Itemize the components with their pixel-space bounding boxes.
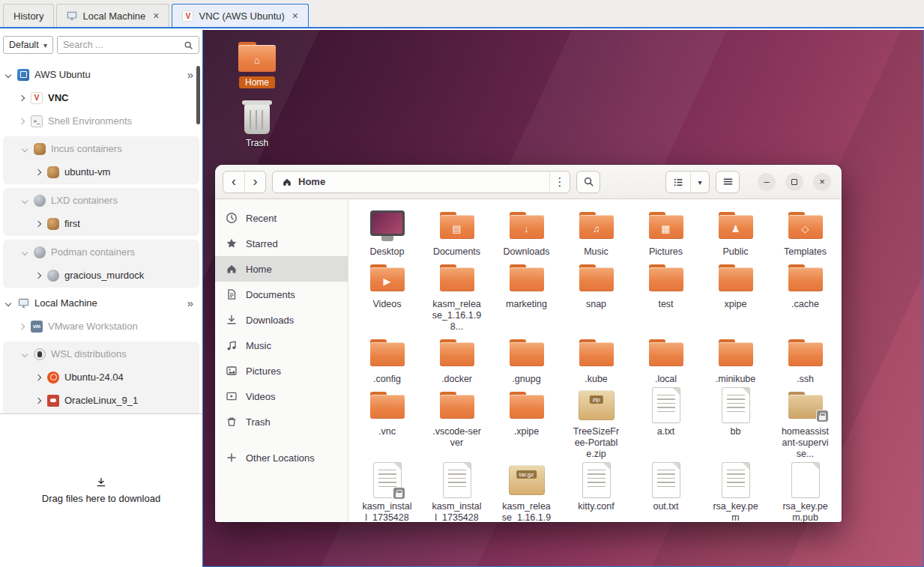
close-icon[interactable]: × <box>292 10 298 21</box>
tree-item-vnc[interactable]: VNC <box>0 86 202 109</box>
file-item[interactable]: xpipe <box>701 259 770 333</box>
file-item[interactable]: .docker <box>422 334 492 385</box>
file-item[interactable]: kasm_install_17354288... <box>352 461 422 522</box>
minimize-button[interactable]: – <box>758 173 776 191</box>
search-box[interactable] <box>57 36 199 54</box>
file-item[interactable]: test <box>631 259 701 333</box>
sidebar-item-music[interactable]: Music <box>215 333 348 358</box>
expand-all-button[interactable]: » <box>187 297 202 309</box>
tab-vnc-aws-ubuntu[interactable]: VNC (AWS Ubuntu) × <box>172 4 309 27</box>
chevron-down-icon[interactable] <box>22 351 28 357</box>
chevron-right-icon[interactable] <box>35 169 41 175</box>
chevron-down-icon[interactable] <box>22 145 28 151</box>
file-item[interactable]: marketing <box>492 259 561 333</box>
search-button[interactable] <box>576 171 600 193</box>
file-item[interactable]: .config <box>352 334 422 385</box>
file-manager-window[interactable]: ‹ › Home ⋮ ▾ – × <box>215 165 842 522</box>
chevron-down-icon[interactable] <box>5 300 11 306</box>
sidebar-item-videos[interactable]: Videos <box>215 383 348 409</box>
file-item[interactable]: snap <box>561 259 631 333</box>
file-item[interactable]: ◇Templates <box>770 207 840 258</box>
file-item[interactable]: .local <box>631 334 701 385</box>
file-item[interactable]: .xpipe <box>492 386 561 460</box>
desktop-icon-home[interactable]: ⌂ Home <box>230 40 284 88</box>
file-item[interactable]: homeassistant-supervise... <box>770 386 840 460</box>
menu-button[interactable] <box>716 171 740 193</box>
location-menu-button[interactable]: ⋮ <box>549 172 570 192</box>
file-item[interactable]: ▶Videos <box>352 259 422 333</box>
sidebar-item-home[interactable]: Home <box>215 256 348 282</box>
file-item[interactable]: .ssh <box>770 334 840 385</box>
file-item[interactable]: ▦Pictures <box>631 207 701 258</box>
file-item[interactable]: .gnupg <box>492 334 561 385</box>
file-item[interactable]: ↓Downloads <box>492 207 561 258</box>
file-item[interactable]: out.txt <box>631 461 701 522</box>
file-item[interactable]: bb <box>701 386 770 460</box>
chevron-right-icon[interactable] <box>35 374 41 380</box>
chevron-right-icon[interactable] <box>35 397 41 403</box>
tree-item-wsl-distributions[interactable]: WSL distributions <box>3 342 199 366</box>
file-item[interactable]: kasm_install_17354288... <box>422 461 492 522</box>
desktop-icon-trash[interactable]: Trash <box>230 102 284 149</box>
sidebar-item-recent[interactable]: Recent <box>215 205 348 231</box>
chevron-right-icon[interactable] <box>19 118 25 124</box>
tab-local-machine[interactable]: Local Machine × <box>56 4 169 27</box>
tree-item-shell-environments[interactable]: Shell Environments <box>0 109 202 133</box>
file-item[interactable]: ♫Music <box>561 207 631 258</box>
sidebar-item-trash[interactable]: Trash <box>215 409 348 434</box>
tree-item-aws-ubuntu[interactable]: AWS Ubuntu» <box>0 63 202 86</box>
file-item[interactable]: zipTreeSizeFree-Portable.zip <box>561 386 631 460</box>
back-button[interactable]: ‹ <box>223 172 244 192</box>
file-item[interactable]: .vnc <box>352 386 422 460</box>
chevron-right-icon[interactable] <box>35 220 41 226</box>
file-item[interactable]: tar.gzkasm_release_1.16.1.98... <box>492 461 561 522</box>
file-item[interactable]: Desktop <box>352 207 422 258</box>
tree-item-podman-containers[interactable]: Podman containers <box>3 240 199 264</box>
sidebar-item-starred[interactable]: Starred <box>215 231 348 256</box>
tree-item-local-machine[interactable]: Local Machine» <box>0 291 202 315</box>
chevron-down-icon[interactable] <box>22 249 28 255</box>
file-item[interactable]: .kube <box>561 334 631 385</box>
tree-item-ubuntu-vm[interactable]: ubuntu-vm <box>3 160 199 184</box>
profile-select[interactable]: Default ▾ <box>3 36 53 54</box>
view-options-button[interactable]: ▾ <box>690 172 709 193</box>
list-view-button[interactable] <box>666 172 690 193</box>
file-item[interactable]: rsa_key.pem <box>701 461 770 522</box>
tree-item-vmware-workstation[interactable]: VMware Workstation <box>0 315 202 338</box>
sidebar-item-downloads[interactable]: Downloads <box>215 307 348 333</box>
file-item[interactable]: .vscode-server <box>422 386 492 460</box>
chevron-right-icon[interactable] <box>19 323 25 329</box>
scrollbar-thumb[interactable] <box>196 66 200 124</box>
search-input[interactable] <box>63 40 184 50</box>
file-item[interactable]: a.txt <box>631 386 701 460</box>
chevron-down-icon[interactable] <box>5 71 11 77</box>
download-dropzone[interactable]: Drag files here to download <box>0 414 202 566</box>
chevron-down-icon[interactable] <box>22 197 28 203</box>
maximize-button[interactable] <box>785 173 803 191</box>
sidebar-item-pictures[interactable]: Pictures <box>215 358 348 383</box>
file-item[interactable]: .minikube <box>701 334 770 385</box>
file-item[interactable]: ▤Documents <box>422 207 492 258</box>
vnc-viewport[interactable]: ⌂ Home Trash ‹ › Home ⋮ ▾ <box>202 30 924 567</box>
chevron-right-icon[interactable] <box>19 94 25 100</box>
tree-item-gracious-murdock[interactable]: gracious_murdock <box>3 264 199 287</box>
tree-item-ubuntu-24-04[interactable]: Ubuntu-24.04 <box>3 366 199 389</box>
tree-item-first[interactable]: first <box>3 212 199 235</box>
file-item[interactable]: rsa_key.pem.pub <box>770 461 840 522</box>
tree-item-clipped[interactable] <box>3 412 199 414</box>
file-item[interactable]: .cache <box>770 259 840 333</box>
close-icon[interactable]: × <box>153 10 159 21</box>
tree-item-incus-containers[interactable]: Incus containers <box>3 137 199 160</box>
path-bar[interactable]: Home <box>273 172 549 192</box>
sidebar-item-documents[interactable]: Documents <box>215 282 348 307</box>
chevron-right-icon[interactable] <box>35 272 41 278</box>
forward-button[interactable]: › <box>244 172 265 192</box>
file-item[interactable]: ♟Public <box>701 207 770 258</box>
close-button[interactable]: × <box>813 173 831 191</box>
tab-history[interactable]: History <box>3 4 54 27</box>
file-item[interactable]: kitty.conf <box>561 461 631 522</box>
file-item[interactable]: kasm_release_1.16.1.98... <box>422 259 492 333</box>
sidebar-item-other-locations[interactable]: Other Locations <box>215 445 348 470</box>
tree-item-oraclelinux-9-1[interactable]: OracleLinux_9_1 <box>3 389 199 412</box>
tree-item-lxd-containers[interactable]: LXD containers <box>3 189 199 212</box>
